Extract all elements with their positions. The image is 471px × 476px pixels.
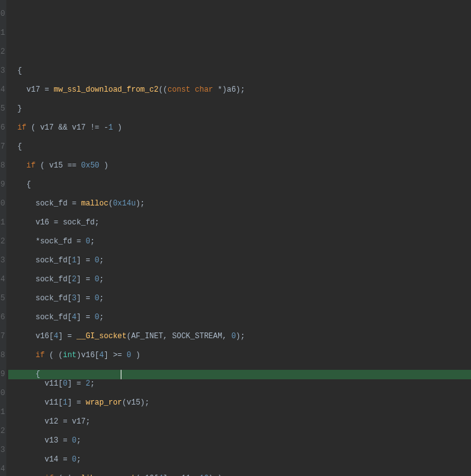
code-line[interactable]: { [8,142,471,152]
code-line[interactable]: v13 = 0; [8,436,471,446]
code-line[interactable]: sock_fd[2] = 0; [8,275,471,284]
line-number: 5 [0,104,5,114]
line-number: 0 [0,9,5,19]
line-number: 1 [0,408,5,417]
line-number: 3 [0,66,5,76]
code-line[interactable]: v17 = mw_ssl_download_from_c2((const cha… [8,85,471,95]
code-line[interactable]: if ( (int)v16[4] >= 0 ) [8,351,471,360]
text-cursor [121,370,121,379]
code-line[interactable]: } [8,104,471,114]
code-line[interactable]: v12 = v17; [8,417,471,427]
line-number: 2 [0,237,5,247]
line-number: 4 [0,465,5,474]
code-line[interactable]: { [8,66,471,76]
code-line[interactable]: *sock_fd = 0; [8,237,471,247]
code-line[interactable]: v16[4] = __GI_socket(AF_INET, SOCK_STREA… [8,332,471,341]
code-line[interactable]: sock_fd = malloc(0x14u); [8,199,471,209]
code-line[interactable]: sock_fd[1] = 0; [8,256,471,265]
line-number: 6 [0,123,5,133]
code-line[interactable]: if ( v17 && v17 != -1 ) [8,123,471,133]
code-line[interactable]: if ( v15 == 0x50 ) [8,161,471,171]
line-number: 6 [0,313,5,322]
code-line[interactable]: v16 = sock_fd; [8,218,471,228]
line-number: 3 [0,446,5,455]
code-line[interactable]: v11[1] = wrap_ror(v15); [8,398,471,408]
code-line[interactable]: { [8,180,471,190]
code-line[interactable]: sock_fd[3] = 0; [8,294,471,303]
line-number: 9 [0,180,5,190]
line-number: 0 [0,199,5,209]
line-number: 2 [0,427,5,436]
highlighted-line[interactable]: { [8,370,471,379]
line-number: 9 [0,370,5,379]
code-line[interactable]: sock_fd[4] = 0; [8,313,471,322]
code-line[interactable]: v11[0] = 2; [8,379,471,389]
line-number: 7 [0,142,5,152]
line-number: 5 [0,294,5,303]
line-number: 1 [0,28,5,38]
line-number: 1 [0,218,5,228]
line-number: 2 [0,47,5,57]
line-number: 8 [0,351,5,360]
line-number: 3 [0,256,5,265]
line-number: 4 [0,275,5,284]
code-editor[interactable]: { v17 = mw_ssl_download_from_c2((const c… [6,57,471,476]
code-line[interactable]: v14 = 0; [8,455,471,465]
line-number: 4 [0,85,5,95]
line-number: 0 [0,389,5,398]
line-number: 7 [0,332,5,341]
line-number: 8 [0,161,5,171]
line-number-gutter: 0 1 2 3 4 5 6 7 8 9 0 1 2 3 4 5 6 7 8 9 … [0,0,6,476]
